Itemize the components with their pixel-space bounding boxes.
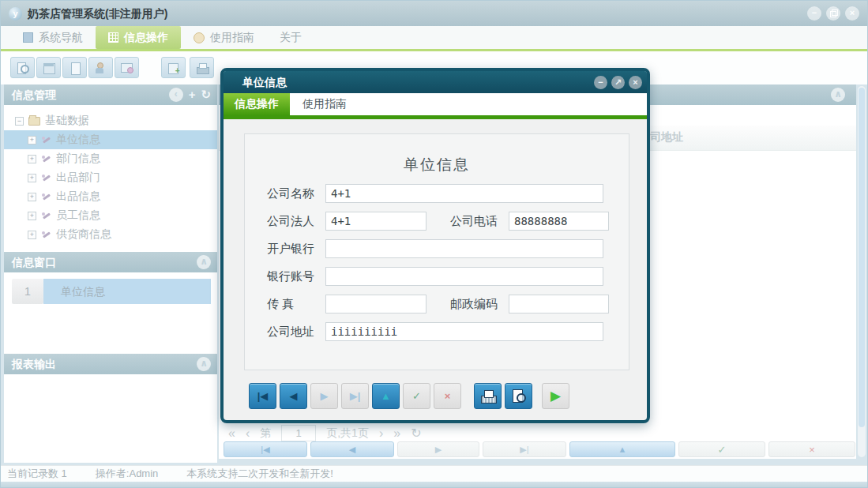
grid-post-button[interactable]: ✓	[678, 441, 765, 457]
prev-page-icon[interactable]: ‹	[246, 426, 250, 441]
dialog-maximize-button[interactable]: ↗	[611, 76, 625, 89]
prev-record-button[interactable]: ◀	[280, 383, 307, 409]
cancel-record-button[interactable]: ×	[434, 383, 461, 409]
row-label: 单位信息	[43, 279, 211, 304]
square-icon	[23, 32, 33, 43]
dialog-titlebar[interactable]: 单位信息 − ↗ ×	[224, 71, 647, 93]
first-record-button[interactable]: |◀	[249, 383, 276, 409]
dialog-preview-button[interactable]	[505, 383, 532, 409]
scrollbar-thumb[interactable]	[859, 88, 865, 427]
grid-next-button[interactable]: ▶	[397, 441, 479, 457]
collapse-up-icon[interactable]: ∧	[197, 357, 211, 371]
wand-icon	[41, 135, 51, 145]
last-page-icon[interactable]: »	[393, 426, 400, 441]
export-icon	[167, 62, 180, 73]
phone-label: 公司电话	[450, 214, 502, 229]
user-button[interactable]	[88, 57, 113, 78]
bank-account-field[interactable]	[325, 267, 603, 286]
bank-label: 开户银行	[267, 242, 319, 257]
application-window: y 奶茶店管理系统(非注册用户) − × 系统导航 信息操作 使用指南 关于	[0, 0, 868, 488]
tab-label: 关于	[280, 31, 302, 45]
tree-node-product-dept[interactable]: + 出品部门	[4, 168, 217, 187]
address-field[interactable]	[325, 322, 603, 341]
company-name-field[interactable]	[325, 184, 603, 203]
table-view-button[interactable]	[36, 57, 61, 78]
grid-cancel-button[interactable]: ×	[768, 441, 855, 457]
tab-user-guide[interactable]: 使用指南	[181, 26, 267, 49]
phone-field[interactable]	[509, 212, 609, 231]
collapse-up-icon[interactable]: ∧	[197, 255, 211, 269]
dialog-body: 单位信息 公司名称 公司法人 公司电话 开户银行 银行账号	[224, 119, 647, 420]
print-button[interactable]	[190, 57, 214, 78]
grid-last-button[interactable]: ▶|	[483, 441, 566, 457]
refresh-page-icon[interactable]: ↻	[411, 426, 421, 441]
vertical-scrollbar[interactable]	[858, 86, 866, 457]
tree-node-dept-info[interactable]: + 部门信息	[4, 149, 217, 168]
tab-about[interactable]: 关于	[267, 26, 314, 49]
minimize-button[interactable]: −	[807, 6, 821, 21]
expand-node-icon[interactable]: +	[28, 136, 36, 145]
dialog-run-button[interactable]: ▶	[542, 383, 569, 409]
tree-node-root[interactable]: − 基础数据	[4, 111, 217, 130]
expand-node-icon[interactable]: +	[28, 174, 36, 182]
expand-node-icon[interactable]: +	[28, 193, 36, 201]
search-document-button[interactable]	[10, 57, 35, 78]
grid-first-button[interactable]: |◀	[224, 441, 307, 457]
wand-icon	[41, 192, 51, 202]
tab-system-nav[interactable]: 系统导航	[10, 26, 96, 49]
dialog-tab-user-guide[interactable]: 使用指南	[290, 93, 359, 115]
add-icon[interactable]: +	[189, 88, 196, 102]
legal-person-field[interactable]	[325, 212, 426, 231]
expand-node-icon[interactable]: +	[28, 212, 36, 220]
wand-icon	[41, 154, 51, 164]
tree-node-product-info[interactable]: + 出品信息	[4, 187, 217, 206]
dialog-print-button[interactable]	[474, 383, 502, 409]
collapse-up-icon[interactable]: ∧	[831, 88, 845, 102]
fax-field[interactable]	[325, 295, 426, 313]
window-title: 奶茶店管理系统(非注册用户)	[28, 1, 167, 26]
window-button[interactable]	[115, 57, 139, 78]
collapse-left-icon[interactable]: ‹	[169, 88, 183, 102]
post-record-button[interactable]: ✓	[403, 383, 430, 409]
pagination-bar: « ‹ 第 页,共1页 › » ↻	[228, 425, 422, 441]
insert-record-button[interactable]: ▲	[372, 383, 400, 409]
search-document-icon	[17, 62, 29, 73]
window-icon	[121, 62, 133, 73]
tree-node-label: 单位信息	[56, 133, 100, 147]
grid-insert-button[interactable]: ▲	[569, 441, 675, 457]
export-button[interactable]	[161, 57, 186, 78]
restore-button[interactable]	[826, 6, 840, 21]
expand-node-icon[interactable]: +	[28, 155, 36, 163]
page-number-input[interactable]	[281, 425, 316, 441]
document-button[interactable]	[62, 57, 87, 78]
grid-prev-button[interactable]: ◀	[310, 441, 394, 457]
dialog-close-button[interactable]: ×	[629, 76, 642, 89]
fax-label: 传 真	[267, 297, 319, 312]
expand-node-icon[interactable]: +	[28, 231, 36, 239]
next-record-button[interactable]: ▶	[310, 383, 338, 409]
unit-info-groupbox: 单位信息 公司名称 公司法人 公司电话 开户银行 银行账号	[244, 133, 629, 370]
close-button[interactable]: ×	[845, 6, 859, 21]
zip-label: 邮政编码	[450, 297, 502, 312]
last-record-button[interactable]: ▶|	[341, 383, 369, 409]
refresh-icon[interactable]: ↻	[201, 88, 211, 102]
tree-node-unit-info[interactable]: + 单位信息	[4, 130, 217, 149]
wand-icon	[41, 211, 51, 221]
collapse-node-icon[interactable]: −	[15, 117, 24, 126]
tree-node-employee-info[interactable]: + 员工信息	[4, 206, 217, 225]
panel-title: 信息窗口	[12, 256, 56, 268]
tree-node-supplier-info[interactable]: + 供货商信息	[4, 225, 217, 244]
dialog-minimize-button[interactable]: −	[594, 76, 607, 89]
next-page-icon[interactable]: ›	[379, 426, 383, 441]
zip-field[interactable]	[509, 295, 609, 313]
tab-info-ops[interactable]: 信息操作	[96, 26, 181, 49]
bank-field[interactable]	[325, 239, 603, 258]
play-icon: ▶	[550, 388, 561, 404]
status-record-count: 当前记录数 1	[7, 467, 67, 481]
printer-icon	[196, 62, 209, 73]
wand-icon	[41, 173, 51, 183]
tree-node-label: 部门信息	[56, 152, 100, 166]
dialog-tab-info-ops[interactable]: 信息操作	[224, 93, 290, 115]
first-page-icon[interactable]: «	[228, 426, 235, 441]
row-number: 1	[12, 279, 43, 304]
